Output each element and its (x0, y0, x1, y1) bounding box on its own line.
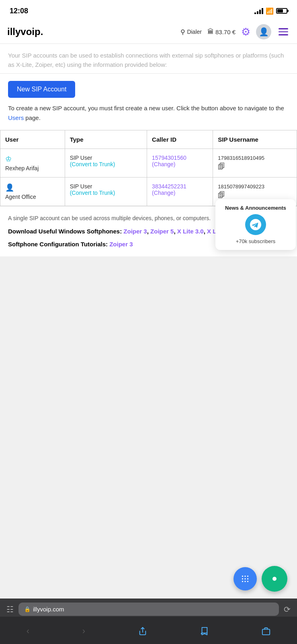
svg-point-6 (242, 581, 243, 582)
balance-nav-item[interactable]: 🏛 83.70 € (207, 28, 236, 35)
wifi-icon: 📶 (266, 7, 274, 15)
svg-point-0 (242, 576, 243, 577)
zoiper3-link[interactable]: Zoiper 3 (123, 228, 147, 235)
svg-point-3 (242, 578, 243, 579)
caller-cell-1: 15794301560 (Change) (147, 149, 213, 178)
sip-table: User Type Caller ID SIP Username ♔ Rexhe… (0, 130, 297, 206)
avatar[interactable]: 👤 (256, 24, 271, 39)
sip-username-cell-1: 1798316518910495 🗐 (213, 149, 297, 178)
users-link[interactable]: Users (8, 114, 24, 121)
settings-button[interactable]: ⚙ (241, 26, 250, 38)
signal-icon (254, 8, 263, 14)
svg-point-4 (244, 578, 246, 579)
sip-username-2: 1815078997409223 (218, 184, 264, 190)
svg-point-8 (247, 581, 248, 582)
col-sip-username: SIP Username (213, 130, 297, 149)
svg-rect-11 (262, 629, 270, 635)
create-info-prefix: To create a new SIP account, you must fi… (8, 105, 284, 111)
description-text: Your SIP accounts can be used to establi… (8, 52, 284, 68)
status-bar: 12:08 📶 (0, 0, 297, 20)
type-cell-1: SIP User (Convert to Trunk) (65, 149, 147, 178)
type-label-2: SIP User (70, 183, 92, 190)
hamburger-menu-button[interactable] (277, 27, 290, 37)
caller-change-2[interactable]: (Change) (152, 190, 175, 196)
balance-value: 83.70 € (215, 29, 236, 35)
caller-id-1[interactable]: 15794301560 (152, 155, 208, 161)
lock-icon: 🔒 (24, 606, 31, 612)
xlite30-link[interactable]: X Lite 3.0 (177, 228, 204, 235)
new-sip-account-button[interactable]: New SIP Account (8, 81, 75, 98)
col-type: Type (65, 130, 147, 149)
zoiper5-link[interactable]: Zoiper 5 (150, 228, 174, 235)
telegram-subscribers: +70k subscribers (223, 238, 289, 244)
svg-point-2 (247, 576, 248, 577)
type-cell-2: SIP User (Convert to Trunk) (65, 178, 147, 206)
tab-list-icon[interactable]: ☷ (6, 605, 14, 614)
caller-cell-2: 38344252231 (Change) (147, 178, 213, 206)
tutorial-title-text: Softphone Configuration Tutorials: (8, 241, 109, 248)
table-row: ♔ Rexhep Arifaj SIP User (Convert to Tru… (0, 149, 297, 178)
share-button[interactable] (133, 625, 152, 637)
caller-id-2[interactable]: 38344252231 (152, 183, 208, 190)
dialer-label: Dialer (187, 29, 202, 35)
header-nav: ⚲ Dialer 🏛 83.70 € ⚙ 👤 (180, 24, 290, 39)
telegram-popup: News & Announcements +70k subscribers (215, 199, 296, 250)
sip-description: Your SIP accounts can be used to establi… (0, 44, 297, 74)
col-caller-id: Caller ID (147, 130, 213, 149)
download-title-text: Download Useful Windows Softphones: (8, 228, 122, 235)
floating-buttons (234, 566, 287, 592)
tutorial-zoiper3-link[interactable]: Zoiper 3 (109, 241, 133, 248)
back-button[interactable]: ‹ (22, 624, 34, 638)
sip-username-1: 1798316518910495 (218, 155, 264, 161)
type-label-1: SIP User (70, 155, 92, 161)
floating-chat-button[interactable] (262, 566, 287, 592)
create-info-suffix: page. (24, 114, 41, 121)
svg-point-9 (272, 577, 277, 581)
bookmarks-button[interactable] (195, 625, 213, 637)
svg-point-5 (247, 578, 248, 579)
caller-change-1[interactable]: (Change) (152, 161, 175, 167)
forward-button[interactable]: › (78, 624, 90, 638)
dialer-icon: ⚲ (180, 28, 185, 36)
bottom-nav: ‹ › (0, 617, 297, 644)
status-time: 12:08 (10, 7, 28, 15)
user-name-1: Rexhep Arifaj (5, 165, 39, 171)
telegram-label: News & Announcements (223, 205, 289, 211)
svg-point-1 (244, 576, 246, 577)
copy-icon-2[interactable]: 🗐 (218, 191, 225, 200)
main-content: Your SIP accounts can be used to establi… (0, 44, 297, 256)
convert-link-1[interactable]: (Convert to Trunk) (70, 161, 142, 167)
floating-dialer-button[interactable] (234, 567, 257, 590)
person-icon: 👤 (5, 183, 14, 192)
logo: illyvoip. (7, 26, 174, 37)
crown-icon: ♔ (5, 155, 12, 163)
user-cell-1: ♔ Rexhep Arifaj (0, 149, 65, 178)
copy-icon-1[interactable]: 🗐 (218, 163, 225, 171)
table-row: 👤 Agent Office SIP User (Convert to Trun… (0, 178, 297, 206)
user-name-2: Agent Office (5, 194, 36, 200)
table-header-row: User Type Caller ID SIP Username (0, 130, 297, 149)
svg-point-7 (244, 581, 246, 582)
url-text: illyvoip.com (33, 606, 64, 613)
sip-username-cell-2: 1815078997409223 🗐 News & Announcements (213, 178, 297, 206)
dialer-nav-item[interactable]: ⚲ Dialer (180, 28, 202, 36)
telegram-icon[interactable] (245, 214, 266, 235)
header: illyvoip. ⚲ Dialer 🏛 83.70 € ⚙ 👤 (0, 20, 297, 44)
user-cell-2: 👤 Agent Office (0, 178, 65, 206)
sip-action-area: New SIP Account To create a new SIP acco… (0, 74, 297, 130)
battery-icon (276, 8, 287, 14)
bank-icon: 🏛 (207, 28, 214, 35)
convert-link-2[interactable]: (Convert to Trunk) (70, 190, 142, 196)
create-info-text: To create a new SIP account, you must fi… (8, 103, 289, 123)
status-icons: 📶 (254, 7, 287, 15)
tabs-button[interactable] (257, 625, 275, 637)
url-bar[interactable]: 🔒 illyvoip.com (18, 603, 279, 616)
col-user: User (0, 130, 65, 149)
refresh-button[interactable]: ⟳ (284, 605, 291, 614)
